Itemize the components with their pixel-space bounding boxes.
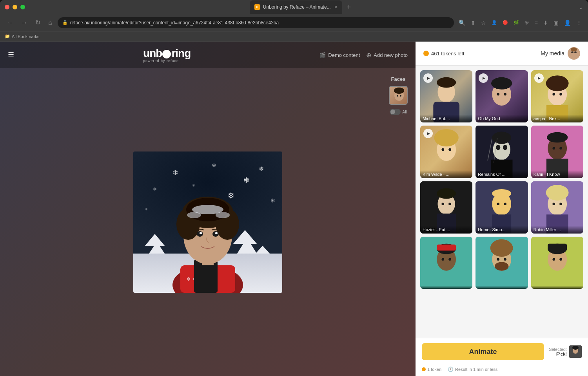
svg-point-28 xyxy=(216,212,230,218)
media-item[interactable]: ▶ xyxy=(475,237,528,289)
media-item[interactable]: ▶ Homer Simp... xyxy=(475,181,528,234)
animate-button[interactable]: Animate xyxy=(422,343,544,360)
svg-point-36 xyxy=(400,95,401,97)
media-item[interactable]: ▶ Robin Miller ... xyxy=(531,181,583,234)
svg-point-42 xyxy=(437,77,456,88)
download-icon[interactable]: ⬇ xyxy=(542,18,550,27)
media-grid: ▶ Michael Bub... ▶ xyxy=(416,66,588,338)
app-container: ☰ unbring powered by reface 🎬 Demo conte… xyxy=(0,42,588,376)
bookmarks-label[interactable]: All Bookmarks xyxy=(12,34,39,39)
token-cost-label: 1 token xyxy=(427,367,441,372)
svg-point-75 xyxy=(448,203,451,205)
extension-icon-4[interactable]: ✳ xyxy=(523,18,531,27)
media-label: Michael Bub... xyxy=(420,115,472,122)
media-item[interactable]: ▶ xyxy=(420,237,472,289)
media-label: Robin Miller ... xyxy=(531,226,583,234)
app-header: ☰ unbring powered by reface 🎬 Demo conte… xyxy=(0,42,416,68)
logo-subtitle: powered by reface xyxy=(143,59,179,63)
media-label xyxy=(475,286,528,289)
add-photo-button[interactable]: ⊕ Add new photo xyxy=(366,51,408,59)
sidebar-icon[interactable]: ▣ xyxy=(552,18,560,27)
media-item[interactable]: ▶ Oh My God xyxy=(475,70,528,122)
user-avatar[interactable] xyxy=(568,47,580,60)
tab-close-button[interactable]: ✕ xyxy=(334,5,338,10)
close-button[interactable] xyxy=(5,5,9,9)
my-media-section: My media xyxy=(541,47,580,60)
svg-point-40 xyxy=(574,51,577,53)
right-panel: 461 tokens left My media xyxy=(416,42,588,376)
fullscreen-button[interactable] xyxy=(20,5,25,9)
extension-icon-5[interactable]: ≡ xyxy=(533,18,539,27)
address-bar[interactable]: 🔒 reface.ai/unboring/animate/editor?user… xyxy=(58,17,454,28)
extension-icon-1[interactable]: 👤 xyxy=(490,18,499,27)
search-icon[interactable]: 🔍 xyxy=(457,18,467,27)
selected-info: Selected: F*ck! xyxy=(549,345,582,358)
nav-icon-group: 🔍 ⬆ ☆ 👤 🔴 🌿 ✳ ≡ ⬇ ▣ 👤 ⋮ xyxy=(457,18,583,27)
svg-text:❄: ❄ xyxy=(227,191,234,201)
bookmarks-folder-icon: 📁 xyxy=(5,34,10,39)
active-tab[interactable]: U Unboring by Reface – Animate... ✕ xyxy=(250,0,342,14)
svg-point-38 xyxy=(571,47,577,51)
toggle-switch[interactable] xyxy=(390,109,401,115)
svg-point-74 xyxy=(441,203,444,205)
media-item[interactable]: ▶ Kanii - I Know xyxy=(531,126,583,178)
back-button[interactable]: ← xyxy=(5,18,16,28)
svg-point-67 xyxy=(547,132,568,143)
navigation-bar: ← → ↻ ⌂ 🔒 reface.ai/unboring/animate/edi… xyxy=(0,14,588,31)
svg-point-35 xyxy=(397,95,398,97)
all-faces-toggle[interactable]: All xyxy=(390,109,407,115)
right-header: 461 tokens left My media xyxy=(416,42,588,66)
svg-point-87 xyxy=(559,203,562,205)
svg-point-100 xyxy=(495,262,509,270)
demo-content-button[interactable]: 🎬 Demo content xyxy=(319,52,360,58)
face-thumbnail[interactable] xyxy=(389,86,408,105)
minimize-button[interactable] xyxy=(13,5,17,9)
bookmark-icon[interactable]: ☆ xyxy=(479,18,488,27)
svg-point-59 xyxy=(496,145,501,150)
address-text: reface.ai/unboring/animate/editor?user_c… xyxy=(70,20,449,26)
window-controls[interactable]: ⌄ xyxy=(579,4,583,10)
hamburger-menu-icon[interactable]: ☰ xyxy=(8,51,14,59)
svg-point-55 xyxy=(441,148,444,151)
main-image-area: ❄ ❄ ❄ ❄ ❄ ❄ ❄ ❄ ❄ ❄ ❄ ❄ xyxy=(0,68,416,376)
selected-label: Selected: F*ck! xyxy=(549,347,567,356)
svg-point-47 xyxy=(504,93,507,96)
media-item-remains[interactable]: ▶ Remains Of ... xyxy=(475,126,528,178)
media-item[interactable]: ▶ Michael Bub... xyxy=(420,70,472,122)
media-item[interactable]: ▶ Hozier - Eat ... xyxy=(420,181,472,234)
svg-text:❄: ❄ xyxy=(270,197,275,204)
svg-point-68 xyxy=(552,147,555,150)
media-item[interactable]: ▶ xyxy=(531,237,583,289)
profile-icon[interactable]: 👤 xyxy=(563,18,572,27)
svg-point-56 xyxy=(448,148,451,151)
media-item[interactable]: ▶ aespa - Nex... xyxy=(531,70,583,122)
app-logo: unbring powered by reface xyxy=(143,47,191,63)
add-icon: ⊕ xyxy=(366,51,371,59)
clock-icon: 🕐 xyxy=(448,367,454,372)
svg-point-46 xyxy=(497,93,500,96)
svg-point-98 xyxy=(497,258,500,261)
svg-point-94 xyxy=(448,258,451,261)
faces-label: Faces xyxy=(391,76,406,82)
home-button[interactable]: ⌂ xyxy=(46,18,54,28)
media-label: Kanii - I Know xyxy=(531,170,583,178)
media-label: Hozier - Eat ... xyxy=(420,226,472,234)
demo-label: Demo content xyxy=(328,52,360,58)
svg-point-27 xyxy=(187,212,201,218)
new-tab-button[interactable]: + xyxy=(344,2,354,13)
token-icon xyxy=(423,51,429,56)
extension-icon-3[interactable]: 🌿 xyxy=(512,18,521,27)
svg-point-69 xyxy=(559,147,562,150)
security-icon: 🔒 xyxy=(62,20,68,25)
menu-icon[interactable]: ⋮ xyxy=(575,18,583,27)
tab-favicon: U xyxy=(254,4,260,10)
media-label: aespa - Nex... xyxy=(531,115,583,122)
share-icon[interactable]: ⬆ xyxy=(469,18,477,27)
extension-icon-2[interactable]: 🔴 xyxy=(501,18,510,27)
token-cost-info: 1 token xyxy=(422,367,441,372)
reload-button[interactable]: ↻ xyxy=(33,17,43,28)
tokens-info: 461 tokens left xyxy=(423,51,465,57)
media-label: Oh My God xyxy=(475,115,528,122)
media-item[interactable]: ▶ Kim Wilde - ... xyxy=(420,126,472,178)
forward-button[interactable]: → xyxy=(19,18,30,28)
